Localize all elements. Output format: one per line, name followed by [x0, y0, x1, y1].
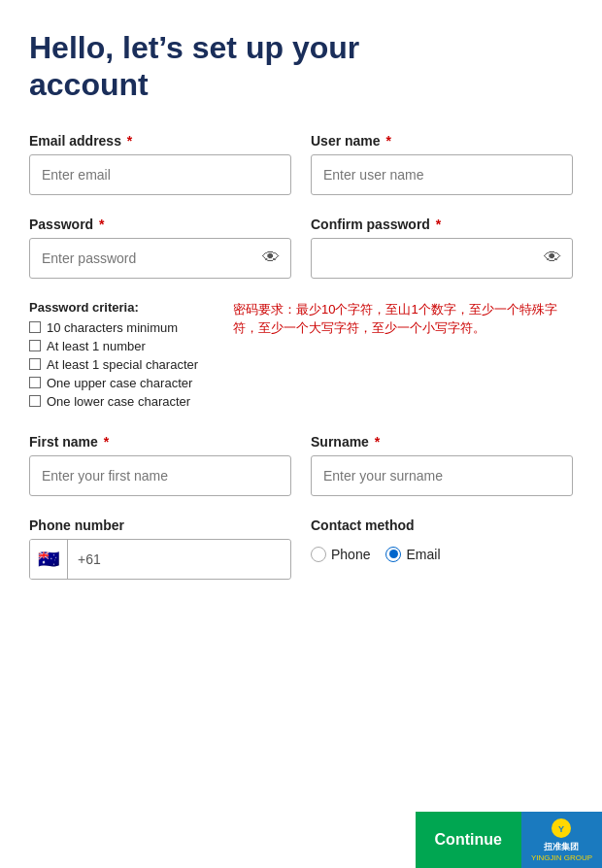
phone-contact-row: Phone number 🇦🇺 Contact method Phone Ema…	[29, 517, 573, 580]
username-label: User name *	[311, 133, 573, 149]
password-required: *	[99, 217, 104, 232]
criteria-checkbox-0	[29, 321, 41, 333]
radio-email[interactable]: Email	[385, 547, 440, 562]
criteria-checkbox-4	[29, 395, 41, 407]
continue-button[interactable]: Continue	[416, 812, 521, 868]
page-title: Hello, let’s set up your account	[29, 29, 573, 104]
radio-phone-circle[interactable]	[311, 547, 326, 562]
surname-input[interactable]	[311, 455, 573, 496]
first-name-group: First name *	[29, 434, 291, 496]
surname-label: Surname *	[311, 434, 573, 450]
criteria-title: Password criteria:	[29, 300, 223, 315]
name-row: First name * Surname *	[29, 434, 573, 496]
email-required: *	[127, 133, 132, 149]
radio-email-label: Email	[406, 547, 440, 562]
password-input[interactable]	[29, 238, 291, 279]
criteria-item-3: One upper case character	[29, 376, 223, 390]
surname-required: *	[375, 434, 380, 450]
yingjin-badge: Y 扭准集团 YINGJIN GROUP	[521, 812, 602, 868]
contact-method-group: Contact method Phone Email	[311, 517, 573, 580]
criteria-checkbox-2	[29, 358, 41, 370]
confirm-password-wrapper: 👁	[311, 238, 573, 279]
email-group: Email address *	[29, 133, 291, 195]
criteria-checkbox-3	[29, 377, 41, 388]
username-required: *	[385, 133, 390, 149]
confirm-password-required: *	[436, 217, 441, 232]
radio-phone-label: Phone	[331, 547, 370, 562]
email-input[interactable]	[29, 154, 291, 195]
surname-group: Surname *	[311, 434, 573, 496]
continue-area: Continue Y 扭准集团 YINGJIN GROUP	[416, 812, 602, 868]
criteria-note: 密码要求：最少10个字符，至山1个数字，至少一个特殊字符，至少一个大写字符，至少…	[233, 300, 573, 413]
username-input[interactable]	[311, 154, 573, 195]
confirm-password-label: Confirm password *	[311, 217, 573, 232]
radio-phone[interactable]: Phone	[311, 547, 370, 562]
first-name-input[interactable]	[29, 455, 291, 496]
yingjin-logo-icon: Y	[551, 818, 572, 839]
contact-method-label: Contact method	[311, 517, 573, 533]
criteria-item-1: At least 1 number	[29, 339, 223, 353]
phone-group: Phone number 🇦🇺	[29, 517, 291, 580]
first-name-label: First name *	[29, 434, 291, 450]
badge-chinese-text: 扭准集团	[544, 841, 579, 853]
confirm-password-group: Confirm password * 👁	[311, 217, 573, 279]
phone-input-wrapper: 🇦🇺	[29, 539, 291, 580]
contact-method-radio-group: Phone Email	[311, 547, 573, 562]
criteria-item-2: At least 1 special character	[29, 357, 223, 372]
phone-flag: 🇦🇺	[30, 540, 68, 579]
password-label: Password *	[29, 217, 291, 232]
svg-text:Y: Y	[558, 824, 564, 834]
confirm-eye-icon[interactable]: 👁	[544, 248, 561, 268]
continue-label: Continue	[435, 831, 502, 849]
username-group: User name *	[311, 133, 573, 195]
criteria-checkbox-1	[29, 340, 41, 351]
email-label: Email address *	[29, 133, 291, 149]
criteria-item-0: 10 characters minimum	[29, 320, 223, 335]
radio-email-circle[interactable]	[385, 547, 401, 562]
password-criteria-section: Password criteria: 10 characters minimum…	[29, 300, 573, 413]
password-group: Password * 👁	[29, 217, 291, 279]
phone-input[interactable]	[68, 540, 290, 579]
phone-label: Phone number	[29, 517, 291, 533]
first-name-required: *	[104, 434, 109, 450]
criteria-list: Password criteria: 10 characters minimum…	[29, 300, 223, 413]
badge-english-text: YINGJIN GROUP	[531, 853, 592, 862]
password-eye-icon[interactable]: 👁	[262, 248, 280, 268]
password-row: Password * 👁 Confirm password * 👁	[29, 217, 573, 279]
confirm-password-input[interactable]	[311, 238, 573, 279]
password-wrapper: 👁	[29, 238, 291, 279]
criteria-item-4: One lower case character	[29, 394, 223, 409]
email-username-row: Email address * User name *	[29, 133, 573, 195]
flag-emoji: 🇦🇺	[38, 549, 59, 570]
